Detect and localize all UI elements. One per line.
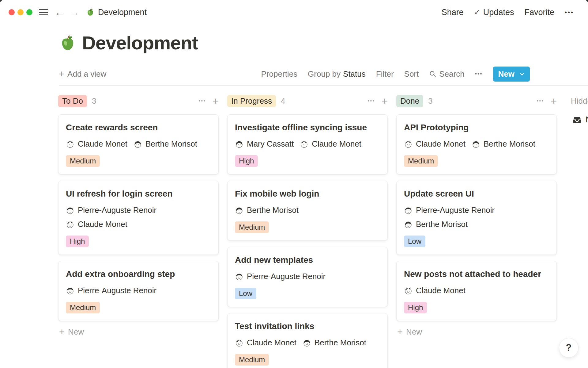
- new-card-label: New: [406, 327, 422, 337]
- card-title: Fix mobile web login: [235, 189, 380, 199]
- kanban-card[interactable]: Test invitation links Claude Monet Bert: [227, 313, 388, 368]
- card-title: UI refresh for login screen: [66, 189, 211, 199]
- add-view-button[interactable]: + Add a view: [59, 69, 106, 79]
- filter-button[interactable]: Filter: [376, 69, 394, 79]
- back-arrow-icon[interactable]: ←: [55, 7, 65, 17]
- chevron-down-icon[interactable]: [519, 71, 525, 77]
- new-card-button[interactable]: + New: [59, 327, 219, 337]
- page-apple-icon: [86, 8, 95, 17]
- assignee-name: Berthe Morisot: [484, 139, 535, 149]
- assignee-name: Claude Monet: [78, 220, 127, 229]
- help-button[interactable]: ?: [559, 338, 579, 358]
- priority-tag: High: [404, 302, 427, 313]
- avatar: [303, 339, 311, 347]
- kanban-card[interactable]: API Prototyping Claude Monet Berthe Mor: [396, 114, 557, 174]
- updates-button[interactable]: ✓ Updates: [474, 8, 514, 17]
- avatar: [235, 140, 243, 148]
- assignee-monet: Claude Monet: [235, 338, 296, 347]
- column-more-icon[interactable]: •••: [198, 98, 206, 104]
- traffic-lights: [9, 9, 35, 15]
- avatar: [235, 206, 243, 215]
- view-controls: Properties Group by Status Filter Sort S…: [261, 67, 530, 82]
- column-cards: API Prototyping Claude Monet Berthe Mor: [396, 114, 557, 321]
- group-by-value: Status: [343, 69, 366, 79]
- kanban-card[interactable]: Fix mobile web login Berthe Morisot Medi…: [227, 181, 388, 241]
- assignee-name: Berthe Morisot: [145, 139, 197, 149]
- assignee-name: Claude Monet: [416, 286, 466, 295]
- check-icon: ✓: [474, 8, 480, 17]
- assignee-morisot: Berthe Morisot: [404, 220, 468, 229]
- board-column: Done 3 ••• + API Prototyping Claude Mone…: [396, 95, 557, 337]
- group-by-label: Group by: [308, 69, 341, 79]
- assignee-renoir: Pierre-Auguste Renoir: [235, 272, 326, 281]
- inbox-icon: [573, 115, 582, 124]
- column-add-icon[interactable]: +: [213, 96, 219, 106]
- assignee-renoir: Pierre-Auguste Renoir: [66, 205, 156, 215]
- column-add-icon[interactable]: +: [382, 96, 388, 106]
- column-add-icon[interactable]: +: [551, 96, 557, 106]
- page-apple-icon-large[interactable]: [59, 34, 77, 52]
- board-column: In Progress 4 ••• + Investigate offline …: [227, 95, 388, 368]
- board-column: To Do 3 ••• + Create rewards screen Clau…: [58, 95, 219, 337]
- kanban-card[interactable]: New posts not attached to header Claude …: [396, 261, 557, 321]
- new-button[interactable]: New: [493, 67, 530, 82]
- card-assignees: Pierre-Auguste Renoir: [235, 272, 380, 281]
- kanban-card[interactable]: Update screen UI Pierre-Auguste Renoir: [396, 181, 557, 255]
- hidden-column-no-status[interactable]: No Status: [573, 115, 588, 125]
- page-header: Development: [59, 32, 588, 54]
- column-header: To Do 3 ••• +: [58, 95, 219, 107]
- kanban-card[interactable]: UI refresh for login screen Pierre-Augus…: [58, 181, 219, 255]
- updates-label: Updates: [483, 8, 514, 17]
- assignee-name: Berthe Morisot: [247, 205, 299, 215]
- new-card-button[interactable]: + New: [397, 327, 557, 337]
- card-assignees: Claude Monet Berthe Morisot: [66, 139, 211, 149]
- search-label: Search: [439, 69, 464, 79]
- share-button[interactable]: Share: [442, 8, 464, 17]
- favorite-button[interactable]: Favorite: [524, 8, 554, 17]
- card-assignees: Berthe Morisot: [235, 205, 380, 215]
- priority-tag: Medium: [235, 354, 269, 366]
- hidden-column-stub: Hidden columns No Status: [565, 95, 588, 125]
- kanban-card[interactable]: Add extra onboarding step Pierre-Auguste…: [58, 261, 219, 321]
- forward-arrow-icon[interactable]: →: [70, 7, 79, 17]
- avatar: [66, 206, 74, 215]
- view-more-options-icon[interactable]: •••: [475, 71, 483, 77]
- column-status-pill[interactable]: Done: [396, 95, 423, 107]
- hidden-columns-label[interactable]: Hidden columns: [571, 95, 588, 107]
- column-status-pill[interactable]: In Progress: [227, 95, 276, 107]
- avatar: [235, 272, 243, 281]
- kanban-card[interactable]: Add new templates Pierre-Auguste Renoir …: [227, 247, 388, 307]
- hidden-column-name: No Status: [586, 115, 588, 125]
- column-header: In Progress 4 ••• +: [227, 95, 388, 107]
- breadcrumb-page-title[interactable]: Development: [98, 8, 147, 17]
- minimize-window-button[interactable]: [17, 9, 24, 15]
- column-card-count: 3: [428, 96, 432, 106]
- board: To Do 3 ••• + Create rewards screen Clau…: [58, 95, 588, 368]
- assignee-name: Pierre-Auguste Renoir: [78, 286, 156, 295]
- assignee-name: Claude Monet: [78, 139, 127, 149]
- card-assignees: Claude Monet Berthe Morisot: [235, 338, 380, 347]
- kanban-card[interactable]: Create rewards screen Claude Monet Bert: [58, 114, 219, 174]
- properties-button[interactable]: Properties: [261, 69, 298, 79]
- more-options-icon[interactable]: •••: [565, 9, 574, 16]
- assignee-monet: Claude Monet: [404, 139, 466, 149]
- assignee-name: Claude Monet: [312, 139, 361, 149]
- assignee-cassatt: Mary Cassatt: [235, 139, 294, 149]
- add-view-label: Add a view: [67, 69, 106, 79]
- column-status-pill[interactable]: To Do: [58, 95, 87, 107]
- group-by-button[interactable]: Group by Status: [308, 69, 366, 79]
- assignee-name: Mary Cassatt: [247, 139, 294, 149]
- column-more-icon[interactable]: •••: [368, 98, 375, 104]
- sidebar-menu-icon[interactable]: [39, 9, 48, 16]
- column-actions: ••• +: [198, 96, 219, 106]
- close-window-button[interactable]: [9, 9, 15, 15]
- kanban-card[interactable]: Investigate offline syncing issue Mary C…: [227, 114, 388, 174]
- page-title[interactable]: Development: [82, 32, 198, 54]
- zoom-window-button[interactable]: [26, 9, 32, 15]
- avatar: [404, 140, 413, 148]
- column-more-icon[interactable]: •••: [537, 98, 544, 104]
- sort-button[interactable]: Sort: [404, 69, 419, 79]
- search-button[interactable]: Search: [429, 69, 464, 79]
- card-title: Investigate offline syncing issue: [235, 123, 380, 132]
- assignee-morisot: Berthe Morisot: [303, 338, 366, 347]
